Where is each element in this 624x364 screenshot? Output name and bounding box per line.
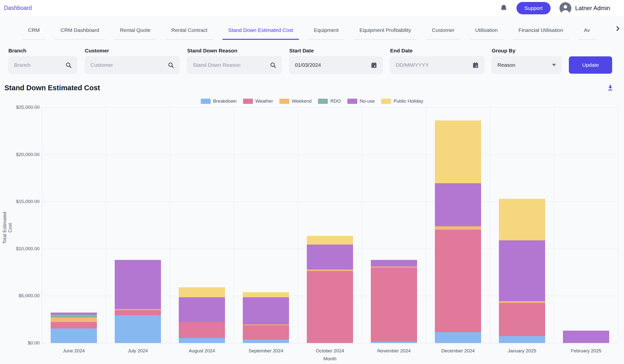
- tab-rental-quote[interactable]: Rental Quote: [114, 27, 156, 40]
- legend-item-no-use[interactable]: No-use: [347, 98, 375, 104]
- bar-segment-no-use: [179, 297, 225, 322]
- tab-financial-utilisation[interactable]: Financial Utilisation: [513, 27, 569, 40]
- y-tick-label: $15,000.00: [16, 199, 40, 204]
- stand-down-reason-input-text: Stand Down Reason: [193, 62, 267, 68]
- bar-segment-weather: [371, 268, 417, 342]
- legend-item-rdo[interactable]: RDO: [318, 98, 341, 104]
- bar-segment-public-holiday: [179, 287, 225, 297]
- filter-label-branch: Branch: [8, 48, 77, 54]
- legend-item-weekend[interactable]: Weekend: [279, 98, 312, 104]
- gridline-vertical: [170, 107, 170, 343]
- legend-label: Weekend: [292, 98, 312, 104]
- legend-swatch: [201, 99, 211, 104]
- y-axis-title: Total Estimated Cost: [2, 208, 13, 248]
- legend-swatch: [243, 99, 253, 104]
- x-tick-label: August 2024: [189, 348, 215, 354]
- notifications-button[interactable]: [500, 4, 508, 12]
- bar-segment-no-use: [243, 297, 289, 324]
- bar-october-2024: [307, 107, 353, 343]
- bar-segment-no-use: [371, 260, 417, 267]
- branch-input-text: Branch: [14, 62, 62, 68]
- tabs-overflow-button[interactable]: [614, 25, 621, 32]
- tab-rental-contract[interactable]: Rental Contract: [166, 27, 213, 40]
- search-icon[interactable]: [270, 62, 276, 69]
- support-button[interactable]: Support: [517, 2, 550, 14]
- bar-segment-weather: [115, 310, 161, 315]
- group-by-input-text: Reason: [497, 62, 549, 68]
- legend-item-public-holiday[interactable]: Public Holiday: [381, 98, 423, 104]
- bar-segment-weekend: [499, 301, 545, 303]
- legend-swatch: [381, 99, 391, 104]
- tab-av[interactable]: Av: [578, 27, 596, 40]
- filter-label-stand-down-reason: Stand Down Reason: [187, 48, 282, 54]
- bar-segment-breakdown: [115, 315, 161, 343]
- filter-branch: BranchBranch: [8, 48, 77, 74]
- bar-july-2024: [115, 107, 161, 343]
- x-tick-label: January 2025: [508, 348, 536, 354]
- tab-equipment-profitability[interactable]: Equipment Profitability: [354, 27, 417, 40]
- calendar-icon[interactable]: [472, 62, 479, 69]
- bar-february-2025: [563, 107, 609, 343]
- tab-bar: CRMCRM DashboardRental QuoteRental Contr…: [0, 16, 624, 40]
- gridline-vertical: [362, 107, 362, 343]
- tab-equipment[interactable]: Equipment: [308, 27, 344, 40]
- end-date-input-text: DD/MM/YYYY: [396, 62, 469, 68]
- gridline-vertical: [554, 107, 554, 343]
- bar-segment-no-use: [115, 260, 161, 309]
- user-name: Latner Admin: [575, 5, 610, 12]
- user-menu[interactable]: Latner Admin: [559, 2, 610, 14]
- group-by-input[interactable]: Reason: [492, 56, 561, 74]
- legend-label: Public Holiday: [393, 98, 423, 104]
- y-tick-label: $10,000.00: [16, 246, 40, 252]
- section-head: Stand Down Estimated Cost: [0, 83, 624, 92]
- bar-segment-weather: [51, 322, 97, 328]
- download-chart-button[interactable]: [606, 84, 614, 92]
- search-icon[interactable]: [65, 62, 72, 69]
- search-icon[interactable]: [168, 62, 174, 69]
- legend-swatch: [279, 99, 289, 104]
- y-tick-label: $20,000.00: [16, 152, 40, 157]
- y-tick-label: $25,000.00: [16, 104, 40, 110]
- legend-label: RDO: [330, 98, 341, 104]
- bar-segment-no-use: [435, 183, 481, 226]
- legend-label: Breakdown: [213, 98, 236, 104]
- tab-customer[interactable]: Customer: [426, 27, 460, 40]
- gridline-vertical: [106, 107, 106, 343]
- page: Dashboard Support Latner Admin CRMCRM: [0, 0, 624, 364]
- chart: BreakdownWeatherWeekendRDONo-usePublic H…: [0, 92, 624, 364]
- tab-utilisation[interactable]: Utilisation: [469, 27, 503, 40]
- bar-segment-weekend: [51, 317, 97, 322]
- gridline-vertical: [490, 107, 490, 343]
- bar-january-2025: [499, 107, 545, 343]
- bar-segment-weather: [243, 325, 289, 339]
- bar-june-2024: [51, 107, 97, 343]
- bar-segment-rdo: [51, 314, 97, 317]
- bar-segment-no-use: [499, 240, 545, 301]
- x-tick-label: December 2024: [441, 348, 475, 354]
- top-bar: Dashboard Support Latner Admin: [0, 0, 624, 16]
- update-button[interactable]: Update: [569, 56, 612, 74]
- start-date-input[interactable]: 01/03/2024: [289, 56, 383, 74]
- filter-label-customer: Customer: [85, 48, 180, 54]
- filter-bar: BranchBranchCustomerCustomerStand Down R…: [0, 49, 624, 74]
- calendar-icon[interactable]: [371, 62, 377, 69]
- brand-link[interactable]: Dashboard: [4, 5, 32, 11]
- plot-area: [42, 107, 618, 343]
- bell-icon: [500, 4, 508, 12]
- page-title: Stand Down Estimated Cost: [4, 84, 100, 92]
- bar-segment-weather: [307, 271, 353, 343]
- caret-down-icon[interactable]: [552, 64, 556, 66]
- tabs: CRMCRM DashboardRental QuoteRental Contr…: [22, 27, 596, 40]
- legend-swatch: [318, 99, 328, 104]
- tab-stand-down-estimated-cost[interactable]: Stand Down Estimated Cost: [223, 27, 299, 40]
- legend-item-breakdown[interactable]: Breakdown: [201, 98, 236, 104]
- bar-segment-weekend: [435, 226, 481, 230]
- bar-segment-no-use: [307, 245, 353, 270]
- branch-input[interactable]: Branch: [8, 56, 77, 74]
- stand-down-reason-input[interactable]: Stand Down Reason: [187, 56, 282, 74]
- tab-crm[interactable]: CRM: [22, 27, 46, 40]
- tab-crm-dashboard[interactable]: CRM Dashboard: [55, 27, 105, 40]
- legend-item-weather[interactable]: Weather: [243, 98, 273, 104]
- customer-input[interactable]: Customer: [85, 56, 180, 74]
- end-date-input[interactable]: DD/MM/YYYY: [390, 56, 484, 74]
